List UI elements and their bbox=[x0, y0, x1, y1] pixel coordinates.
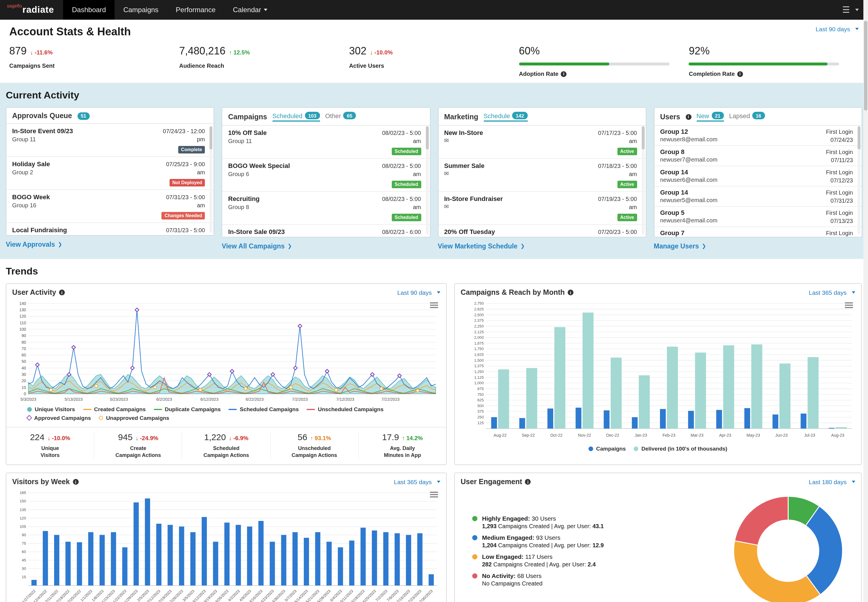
engagement-legend-item[interactable]: Low Engaged: 117 Users 282 Campaigns Cre… bbox=[472, 553, 730, 568]
info-icon[interactable]: i bbox=[525, 479, 531, 485]
page-scrollbar-thumb[interactable] bbox=[864, 21, 867, 111]
stat-delta: ↑ 12.5% bbox=[229, 49, 250, 55]
nav-item-performance[interactable]: Performance bbox=[167, 0, 224, 20]
engagement-legend-item[interactable]: No Activity: 68 Users No Campaigns Creat… bbox=[472, 573, 730, 587]
status-badge: Active bbox=[617, 181, 637, 188]
view-approvals-link[interactable]: View Approvals❯ bbox=[6, 241, 62, 248]
chart-menu-icon[interactable] bbox=[845, 301, 853, 309]
page-scrollbar[interactable] bbox=[863, 0, 868, 602]
legend-item[interactable]: Scheduled Campaigns bbox=[229, 406, 299, 412]
chart-menu-icon[interactable] bbox=[430, 491, 438, 499]
app-logo[interactable]: sageflo radiate bbox=[0, 0, 63, 20]
list-item[interactable]: Group 7 newuser3@email.com First Login 0… bbox=[654, 227, 862, 237]
card-scrollbar[interactable] bbox=[642, 126, 644, 235]
list-item[interactable]: Local FundraisingGroup 7 07/31/23 - 5:00… bbox=[6, 223, 214, 235]
svg-text:6/2/2023: 6/2/2023 bbox=[156, 397, 172, 402]
info-icon[interactable]: i bbox=[568, 290, 574, 295]
item-title: Recruiting bbox=[228, 195, 260, 202]
list-item[interactable]: In-Store Sale 09/23Group 11 08/02/23 - 6… bbox=[222, 225, 430, 237]
svg-text:10: 10 bbox=[21, 385, 26, 390]
list-item[interactable]: Holiday SaleGroup 2 07/25/23 - 9:00 am N… bbox=[6, 157, 214, 190]
chart-range-select[interactable]: Last 365 days bbox=[809, 289, 855, 296]
menu-icon[interactable]: ☰ bbox=[842, 5, 859, 15]
legend-item[interactable]: Duplicate Campaigns bbox=[154, 406, 221, 412]
view-all-campaigns-link[interactable]: View All Campaigns❯ bbox=[222, 243, 292, 250]
user-email: newuser8@email.com bbox=[660, 136, 718, 143]
stat-label: Audience Reach bbox=[179, 63, 338, 69]
stat-value: 879 bbox=[9, 45, 27, 57]
campaigns-reach-card: Campaigns & Reach by Month i Last 365 da… bbox=[454, 283, 862, 465]
info-icon[interactable]: i bbox=[686, 114, 691, 120]
tab-new-users[interactable]: New21 bbox=[697, 112, 724, 121]
tab-scheduled[interactable]: Scheduled103 bbox=[272, 112, 320, 121]
chart-range-select[interactable]: Last 365 days bbox=[394, 479, 440, 485]
info-icon[interactable]: i bbox=[561, 71, 566, 77]
chart-title: User Engagement bbox=[461, 478, 522, 486]
list-item[interactable]: Summer Sale✉ 07/18/23 - 5:00 am Active bbox=[438, 159, 646, 192]
list-item[interactable]: 10% Off SaleGroup 11 08/02/23 - 5:00 am … bbox=[222, 126, 430, 159]
engagement-legend-item[interactable]: Medium Engaged: 93 Users 1,204 Campaigns… bbox=[472, 534, 730, 549]
card-scrollbar[interactable] bbox=[426, 126, 429, 235]
nav-item-campaigns[interactable]: Campaigns bbox=[115, 0, 167, 20]
legend-item[interactable]: Created Campaigns bbox=[83, 406, 145, 412]
tab-lapsed-users[interactable]: Lapsed16 bbox=[729, 112, 765, 121]
legend-item[interactable]: Unapproved Campaigns bbox=[99, 415, 169, 421]
stat-label: Avg. DailyMinutes in App bbox=[359, 445, 446, 459]
view-marketing-schedule-link[interactable]: View Marketing Schedule❯ bbox=[438, 243, 525, 250]
chart-range-select[interactable]: Last 90 days bbox=[397, 289, 440, 296]
item-title: 20% Off Tuesday bbox=[444, 228, 495, 235]
svg-text:0: 0 bbox=[24, 392, 26, 396]
item-title: Summer Sale bbox=[444, 162, 484, 169]
svg-text:875: 875 bbox=[478, 387, 484, 391]
list-item[interactable]: In-Store Event 09/23Group 11 07/24/23 - … bbox=[6, 124, 214, 157]
item-meridiem: am bbox=[598, 236, 637, 237]
list-item[interactable]: BOGO Week SpecialGroup 6 08/02/23 - 5:00… bbox=[222, 159, 430, 192]
legend-marker-icon bbox=[472, 574, 478, 579]
svg-text:80: 80 bbox=[21, 340, 26, 345]
chart-menu-icon[interactable] bbox=[430, 301, 438, 309]
item-group: Group 11 bbox=[12, 136, 73, 143]
legend-item[interactable]: Unique Visitors bbox=[27, 406, 75, 412]
approvals-count-badge: 51 bbox=[77, 112, 90, 120]
svg-text:Nov-22: Nov-22 bbox=[578, 433, 591, 438]
card-scrollbar[interactable] bbox=[210, 126, 213, 233]
users-column: Users i New21 Lapsed16 Group 12 newuser8… bbox=[654, 107, 862, 251]
chart-range-select[interactable]: Last 180 days bbox=[809, 479, 855, 485]
list-item[interactable]: 20% Off Tuesday✉ 07/20/23 - 5:00 am Acti… bbox=[438, 225, 646, 237]
card-scrollbar[interactable] bbox=[857, 126, 860, 235]
campaigns-list: 10% Off SaleGroup 11 08/02/23 - 5:00 am … bbox=[222, 126, 430, 237]
nav-item-calendar[interactable]: Calendar bbox=[224, 0, 276, 20]
item-meridiem: am bbox=[598, 170, 637, 178]
legend-item[interactable]: Campaigns bbox=[588, 445, 626, 452]
nav-item-dashboard[interactable]: Dashboard bbox=[63, 0, 115, 20]
user-group: Group 7 bbox=[660, 229, 718, 236]
item-meridiem: am bbox=[382, 236, 421, 237]
list-item[interactable]: Group 8 newuser7@email.com First Login 0… bbox=[654, 146, 862, 166]
list-item[interactable]: Group 14 newuser5@email.com First Login … bbox=[654, 186, 862, 207]
approvals-column: Approvals Queue 51 In-Store Event 09/23G… bbox=[6, 107, 214, 251]
info-icon[interactable]: i bbox=[737, 71, 743, 77]
list-item[interactable]: In-Store Fundraiser✉ 07/19/23 - 5:00 am … bbox=[438, 192, 646, 225]
list-item[interactable]: New In-Store✉ 07/17/23 - 5:00 am Active bbox=[438, 126, 646, 159]
stat-label: Adoption Ratei bbox=[519, 71, 678, 77]
info-icon[interactable]: i bbox=[59, 290, 65, 295]
stats-range-select[interactable]: Last 90 days bbox=[816, 26, 859, 32]
list-item[interactable]: Group 5 newuser4@email.com First Login 0… bbox=[654, 207, 862, 227]
tab-schedule[interactable]: Schedule142 bbox=[484, 112, 527, 121]
list-item[interactable]: Group 12 newuser8@email.com First Login … bbox=[654, 126, 862, 146]
svg-text:125: 125 bbox=[478, 421, 484, 425]
legend-item[interactable]: Unscheduled Campaigns bbox=[307, 406, 384, 412]
list-item[interactable]: RecruitingGroup 8 08/02/23 - 5:00 am Sch… bbox=[222, 192, 430, 225]
engagement-legend-item[interactable]: Highly Engaged: 30 Users 1,293 Campaigns… bbox=[472, 515, 730, 530]
info-icon[interactable]: i bbox=[73, 479, 78, 485]
list-item[interactable]: Group 14 newuser6@email.com First Login … bbox=[654, 166, 862, 186]
svg-text:7/2/2023: 7/2/2023 bbox=[375, 589, 388, 602]
status-badge: Active bbox=[617, 148, 637, 155]
legend-item[interactable]: Delivered (in 100's of thousands) bbox=[634, 445, 727, 452]
svg-text:Jan-23: Jan-23 bbox=[634, 433, 647, 438]
users-title: Users bbox=[660, 113, 681, 121]
tab-other[interactable]: Other65 bbox=[325, 112, 356, 121]
manage-users-link[interactable]: Manage Users❯ bbox=[654, 243, 706, 250]
legend-item[interactable]: Approved Campaigns bbox=[27, 415, 91, 421]
list-item[interactable]: BOGO WeekGroup 16 07/31/23 - 5:00 am Cha… bbox=[6, 190, 214, 223]
